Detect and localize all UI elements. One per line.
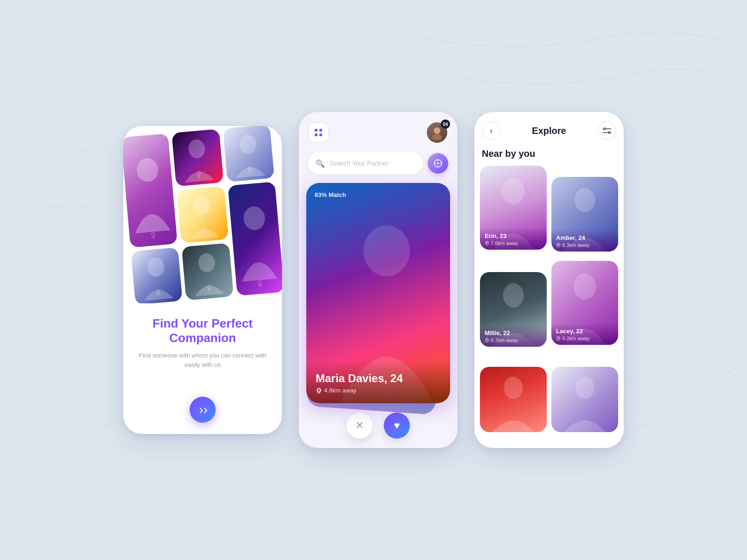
screen2-header: 04 [299, 112, 458, 148]
card-distance: 4.8km away [316, 387, 441, 394]
svg-point-22 [558, 244, 559, 245]
menu-grid-button[interactable] [308, 122, 329, 143]
explore-card-millie[interactable]: Millie, 22 8.7km away [480, 272, 547, 347]
photo-cell-5 [227, 182, 282, 296]
grid-dot-1 [315, 129, 317, 132]
photo-cell-6 [131, 247, 183, 303]
svg-point-3 [193, 196, 211, 216]
card-info-millie: Millie, 22 8.7km away [480, 325, 547, 347]
grid-icon [315, 129, 322, 136]
screen2: 04 🔍 Search Your Partner 83 [299, 112, 458, 448]
match-percentage: 83% Match [315, 191, 346, 198]
dislike-button[interactable]: ✕ [346, 413, 373, 439]
photo-cell-2 [172, 129, 224, 186]
heart-icon: ♥ [394, 420, 400, 432]
back-arrow-icon: ‹ [490, 126, 493, 136]
svg-point-26 [558, 337, 559, 338]
card-info-amber: Amber, 24 8.3km away [551, 230, 618, 252]
compass-button[interactable] [428, 153, 448, 174]
distance-text-lacey: 9.2km away [562, 336, 590, 341]
nearby-section-title: Near by you [474, 145, 624, 166]
search-icon: 🔍 [316, 159, 325, 168]
svg-point-20 [486, 242, 487, 243]
distance-amber: 8.3km away [556, 242, 613, 248]
person-name-lacey: Lacey, 22 [556, 328, 613, 335]
distance-lacey: 9.2km away [556, 336, 613, 341]
svg-point-1 [188, 139, 206, 159]
svg-point-23 [503, 283, 524, 308]
back-button[interactable]: ‹ [482, 121, 500, 140]
svg-point-27 [504, 377, 523, 399]
svg-point-4 [242, 205, 266, 231]
search-placeholder-text: Search Your Partner [330, 160, 416, 167]
grid-dot-2 [319, 129, 322, 132]
screens-container: Find Your Perfect Companion Find someone… [123, 112, 624, 448]
screen3: ‹ Explore Near by you [474, 112, 624, 448]
user-avatar-button[interactable]: 04 [426, 121, 448, 144]
explore-card-6[interactable] [551, 367, 618, 432]
person-name-millie: Millie, 22 [485, 329, 542, 336]
svg-point-5 [147, 257, 165, 277]
photo-cell-4 [177, 186, 229, 243]
photo-grid [123, 126, 282, 303]
distance-text-erin: 7.6km away [491, 240, 518, 246]
explore-title: Explore [505, 126, 593, 136]
screen1: Find Your Perfect Companion Find someone… [123, 126, 282, 434]
search-input[interactable]: 🔍 Search Your Partner [308, 152, 423, 175]
svg-point-24 [486, 339, 487, 340]
title-line2: Companion [169, 331, 236, 345]
explore-card-erin[interactable]: Erin, 23 7.6km away [480, 166, 547, 250]
screen1-main-title: Find Your Perfect Companion [153, 316, 253, 345]
svg-point-6 [198, 253, 216, 273]
title-line1: Find Your Perfect [153, 316, 253, 330]
photo-cell-7 [182, 243, 233, 301]
svg-point-25 [574, 273, 596, 300]
screen1-text-section: Find Your Perfect Companion Find someone… [123, 303, 282, 434]
screen3-header: ‹ Explore [474, 112, 624, 145]
search-bar: 🔍 Search Your Partner [308, 152, 448, 175]
cross-icon: ✕ [355, 420, 364, 432]
card-person-name: Maria Davies, 24 [316, 372, 441, 385]
svg-point-8 [432, 134, 442, 140]
explore-card-lacey[interactable]: Lacey, 22 9.2km away [551, 261, 618, 345]
distance-text-millie: 8.7km away [491, 337, 518, 343]
notification-badge: 04 [441, 119, 450, 129]
like-button[interactable]: ♥ [384, 413, 410, 439]
screen1-subtitle: Find someone with whom you can connect w… [137, 351, 268, 369]
explore-card-5[interactable] [480, 367, 547, 432]
card-info-overlay: Maria Davies, 24 4.8km away [306, 361, 450, 403]
explore-card-amber[interactable]: Amber, 24 8.3km away [551, 177, 618, 252]
distance-text-amber: 8.3km away [562, 242, 590, 248]
card-distance-text: 4.8km away [324, 387, 356, 394]
svg-point-0 [136, 157, 159, 182]
person-name-erin: Erin, 23 [485, 232, 542, 239]
grid-dot-4 [319, 133, 322, 136]
svg-point-10 [437, 162, 439, 164]
cta-next-button[interactable]: › [190, 397, 216, 423]
photo-cell-3 [223, 126, 275, 182]
photo-grid-inner [123, 126, 282, 303]
person-name-amber: Amber, 24 [556, 234, 613, 241]
grid-dot-3 [315, 133, 317, 136]
card-info-erin: Erin, 23 7.6km away [480, 228, 547, 250]
svg-point-19 [502, 178, 525, 204]
svg-point-28 [576, 377, 594, 399]
card-info-lacey: Lacey, 22 9.2km away [551, 323, 618, 345]
distance-erin: 7.6km away [485, 240, 542, 246]
explore-grid: Erin, 23 7.6km away Amber, 24 [474, 166, 624, 448]
svg-point-12 [317, 389, 320, 392]
filter-button[interactable] [598, 121, 616, 140]
svg-point-7 [434, 127, 440, 134]
distance-millie: 8.7km away [485, 337, 542, 343]
card-stack: 83% Match Maria Davies, 24 4.8km away [306, 183, 450, 403]
photo-cell-1 [123, 133, 178, 248]
svg-point-21 [575, 188, 595, 212]
card-front[interactable]: 83% Match Maria Davies, 24 4.8km away [306, 183, 450, 403]
svg-point-2 [239, 134, 257, 154]
